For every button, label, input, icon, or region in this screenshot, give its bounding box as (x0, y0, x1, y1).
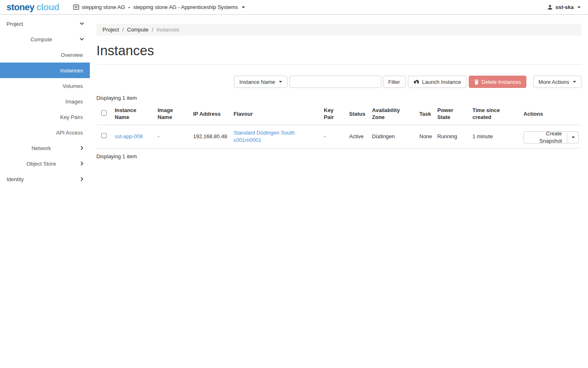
sidebar-item-project[interactable]: Project (0, 16, 90, 31)
breadcrumb-compute[interactable]: Compute (127, 27, 149, 33)
project-list-icon (73, 4, 79, 10)
chevron-down-icon (577, 7, 581, 8)
cell-image-name: - (153, 125, 188, 148)
sidebar-item-identity[interactable]: Identity (0, 171, 90, 187)
launch-instance-button[interactable]: Launch Instance (408, 76, 466, 88)
sidebar-item-label: Instances (60, 67, 83, 74)
top-navbar: stoneycloud stepping stone AG • stepping… (0, 0, 588, 15)
filter-input[interactable] (290, 76, 381, 88)
cell-flavour: Standard Düdingen South c001m0001 (229, 125, 319, 148)
cell-actions: Create Snapshot (519, 125, 581, 148)
table-summary-bottom: Displaying 1 item (96, 153, 581, 159)
filter-button-label: Filter (388, 79, 400, 85)
col-flavour[interactable]: Flavour (229, 103, 319, 125)
col-ip-address[interactable]: IP Address (188, 103, 229, 125)
cell-status: Active (344, 125, 367, 148)
sidebar-item-object-store[interactable]: Object Store (0, 156, 90, 171)
cell-key-pair: - (319, 125, 344, 148)
sidebar-item-label: API Access (56, 130, 83, 136)
username: sst-ska (555, 4, 574, 10)
select-all-checkbox[interactable] (101, 110, 107, 116)
more-actions-button[interactable]: More Actions (533, 76, 581, 88)
chevron-down-icon (79, 37, 85, 42)
col-time-since-created[interactable]: Time since created (468, 103, 519, 125)
sidebar-item-label: Key Pairs (60, 114, 83, 120)
col-power-state[interactable]: Power State (432, 103, 468, 125)
cloud-upload-icon (413, 79, 420, 85)
cell-task: None (414, 125, 432, 148)
cell-power-state: Running (432, 125, 468, 148)
cell-instance-name: sst-app-008 (110, 125, 153, 148)
col-status[interactable]: Status (344, 103, 367, 125)
project-separator: • (128, 5, 130, 10)
chevron-right-icon (79, 161, 85, 166)
col-actions: Actions (519, 103, 581, 125)
instance-name-link[interactable]: sst-app-008 (115, 133, 143, 139)
breadcrumb-instances: Instances (156, 27, 179, 33)
sidebar-item-label: Images (65, 99, 83, 105)
breadcrumb-divider: / (152, 27, 154, 33)
sidebar-item-label: Project (7, 21, 23, 27)
chevron-down-icon (242, 7, 245, 8)
sidebar-item-network[interactable]: Network (0, 140, 90, 156)
project-switcher[interactable]: stepping stone AG • stepping stone AG - … (73, 4, 245, 10)
col-task[interactable]: Task (414, 103, 432, 125)
sidebar-item-compute[interactable]: Compute (0, 31, 90, 47)
sidebar-nav: Project Compute Overview Instances Volum… (0, 15, 90, 187)
more-actions-label: More Actions (539, 79, 569, 85)
user-menu[interactable]: sst-ska (547, 4, 581, 10)
flavour-link[interactable]: Standard Düdingen South c001m0001 (234, 130, 295, 143)
sidebar-item-label: Overview (61, 52, 83, 58)
chevron-down-icon (572, 137, 575, 138)
cell-time-since-created: 1 minute (468, 125, 519, 148)
breadcrumb-project[interactable]: Project (102, 27, 119, 33)
table-summary-top: Displaying 1 item (96, 95, 581, 101)
delete-instances-label: Delete Instances (481, 79, 521, 85)
breadcrumb: Project / Compute / Instances (96, 24, 581, 36)
breadcrumb-divider: / (122, 27, 124, 33)
table-header-row: Instance Name Image Name IP Address Flav… (96, 103, 581, 125)
delete-instances-button[interactable]: Delete Instances (469, 76, 526, 88)
create-snapshot-button[interactable]: Create Snapshot (523, 131, 567, 144)
chevron-down-icon (279, 81, 282, 83)
sidebar-item-instances[interactable]: Instances (0, 63, 90, 78)
title-divider (96, 64, 581, 65)
filter-button[interactable]: Filter (383, 76, 405, 88)
row-action-split-button: Create Snapshot (523, 131, 579, 144)
table-row: sst-app-008 - 192.168.80.48 Standard Düd… (96, 125, 581, 148)
filter-field-label: Instance Name (239, 79, 275, 85)
chevron-right-icon (79, 177, 85, 182)
sidebar-item-images[interactable]: Images (0, 94, 90, 109)
sidebar-item-label: Identity (7, 176, 24, 182)
row-checkbox[interactable] (101, 133, 107, 138)
filter-field-dropdown[interactable]: Instance Name (234, 76, 287, 88)
sidebar-item-overview[interactable]: Overview (0, 47, 90, 63)
sidebar-item-volumes[interactable]: Volumes (0, 78, 90, 94)
row-select-cell (96, 125, 110, 148)
col-image-name[interactable]: Image Name (153, 103, 188, 125)
sidebar-item-label: Compute (31, 36, 52, 43)
table-toolbar: Instance Name Filter Launch Instance Del… (96, 76, 581, 88)
launch-instance-label: Launch Instance (422, 79, 461, 85)
chevron-right-icon (79, 146, 85, 151)
row-actions-dropdown-toggle[interactable] (567, 131, 579, 144)
sidebar-item-label: Object Store (27, 161, 56, 167)
col-instance-name[interactable]: Instance Name (110, 103, 153, 125)
cell-availability-zone: Düdingen (367, 125, 414, 148)
cell-ip-address: 192.168.80.48 (188, 125, 229, 148)
sidebar-item-label: Network (31, 145, 51, 151)
brand-secondary: cloud (36, 2, 59, 12)
project-org: stepping stone AG (82, 4, 125, 10)
chevron-down-icon (573, 81, 576, 83)
chevron-down-icon (79, 21, 85, 27)
project-name: stepping stone AG - Apprenticeship Syste… (133, 4, 238, 10)
sidebar-item-api-access[interactable]: API Access (0, 125, 90, 140)
user-icon (547, 4, 553, 10)
sidebar-item-key-pairs[interactable]: Key Pairs (0, 109, 90, 125)
col-key-pair[interactable]: Key Pair (319, 103, 344, 125)
select-all-header (96, 103, 110, 125)
instances-table: Instance Name Image Name IP Address Flav… (96, 103, 581, 148)
col-availability-zone[interactable]: Availability Zone (367, 103, 414, 125)
brand-logo[interactable]: stoneycloud (7, 2, 59, 13)
page-title: Instances (96, 43, 581, 59)
